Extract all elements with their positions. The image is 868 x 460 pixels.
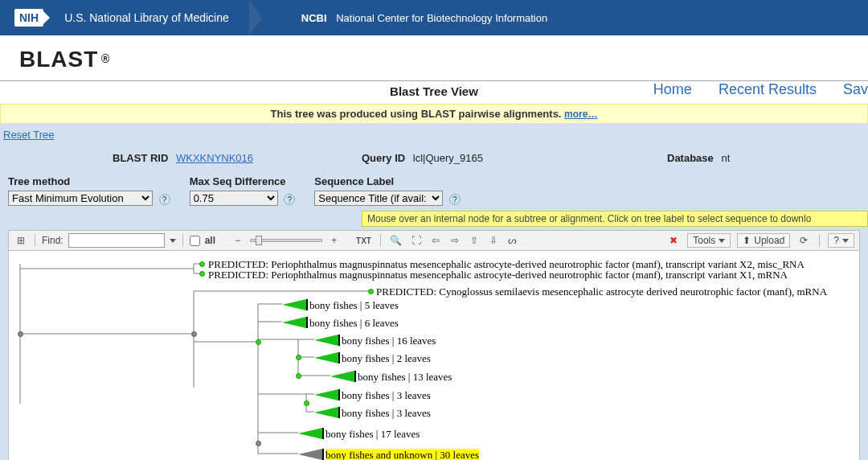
reset-tree-link[interactable]: Reset Tree [0, 124, 55, 141]
zoom-out-button[interactable]: − [231, 233, 245, 248]
tools-label: Tools [693, 235, 715, 246]
clade-bar [306, 299, 308, 310]
tree-method-label: Tree method [8, 175, 170, 187]
collapsed-clade-label[interactable]: bony fishes | 17 leaves [326, 428, 420, 441]
collapsed-clade-label[interactable]: bony fishes | 6 leaves [309, 317, 399, 330]
collapsed-clade-icon[interactable] [298, 449, 322, 460]
sequence-label-control: Sequence Label Sequence Title (if avail:… [314, 175, 461, 206]
clade-bar [338, 389, 340, 400]
fullscreen-icon[interactable]: ⛶ [409, 233, 424, 248]
leaf-node[interactable] [368, 289, 374, 294]
help-icon[interactable]: ? [159, 194, 170, 205]
zoom-slider[interactable] [250, 239, 322, 242]
collapsed-clade-icon[interactable] [314, 335, 338, 346]
internal-node[interactable] [191, 331, 197, 337]
tools-x-icon[interactable]: ✖ [666, 233, 681, 248]
sequence-label-label: Sequence Label [314, 175, 461, 187]
collapsed-clade-label[interactable]: bony fishes | 5 leaves [309, 299, 399, 312]
leaf-label[interactable]: PREDICTED: Periophthalmus magnuspinnatus… [208, 269, 788, 281]
help-icon[interactable]: ? [449, 194, 461, 205]
rid-link[interactable]: WKXKNYNK016 [176, 152, 253, 164]
rid-label: BLAST RID [113, 152, 168, 164]
find-dropdown-icon[interactable] [170, 239, 176, 243]
caret-down-icon [842, 239, 849, 243]
txt-button[interactable]: TXT [354, 233, 374, 248]
collapsed-clade-label[interactable]: bony fishes | 16 leaves [342, 335, 436, 347]
collapsed-clade-label[interactable]: bony fishes | 2 leaves [342, 352, 431, 365]
zoom-in-button[interactable]: + [327, 233, 342, 248]
search-icon[interactable]: 🔍 [387, 233, 404, 248]
max-seq-select[interactable]: 0.75 [190, 191, 278, 206]
tree-method-select[interactable]: Fast Minimum Evolution [8, 191, 153, 206]
meta-row: BLAST RID WKXKNYNK016 Query ID lcl|Query… [0, 141, 868, 170]
nih-badge: NIH [14, 9, 43, 27]
hover-hint: Mouse over an internal node for a subtre… [362, 211, 868, 227]
recent-results-link[interactable]: Recent Results [719, 81, 817, 97]
collapsed-clade-label[interactable]: bony fishes and unknown | 30 leaves [326, 449, 479, 460]
collapsed-clade-label[interactable]: bony fishes | 3 leaves [342, 389, 431, 402]
all-checkbox[interactable] [190, 236, 200, 246]
arrow-right-icon[interactable]: ⇨ [448, 233, 462, 248]
branch-icon[interactable]: ᔕ [506, 233, 520, 248]
query-id-value: lcl|Query_9165 [413, 152, 483, 164]
find-label: Find: [42, 235, 63, 246]
internal-node[interactable] [256, 441, 261, 446]
help-icon[interactable]: ? [284, 194, 295, 205]
collapsed-clade-label[interactable]: bony fishes | 3 leaves [342, 407, 431, 420]
tree-canvas[interactable]: PREDICTED: Periophthalmus magnuspinnatus… [8, 251, 860, 460]
blast-title-text: BLAST [19, 47, 98, 72]
clade-bar [306, 317, 308, 328]
registered-mark: ® [101, 52, 109, 65]
collapsed-clade-icon[interactable] [314, 352, 338, 363]
leaf-node[interactable] [199, 271, 205, 277]
info-bar-more-link[interactable]: more… [564, 109, 597, 120]
arrow-left-icon[interactable]: ⇦ [428, 233, 443, 248]
refresh-icon[interactable]: ⟳ [796, 233, 811, 248]
ncbi-short: NCBI [301, 12, 327, 24]
collapsed-clade-icon[interactable] [282, 299, 306, 310]
home-link[interactable]: Home [653, 81, 692, 97]
database-value: nt [721, 152, 730, 164]
internal-node[interactable] [304, 400, 309, 406]
sequence-label-select[interactable]: Sequence Title (if avail: [314, 191, 443, 206]
collapsed-clade-icon[interactable] [314, 407, 338, 418]
internal-node[interactable] [296, 373, 301, 379]
nlm-label[interactable]: U.S. National Library of Medicine [64, 11, 229, 24]
blast-logo: BLAST ® [0, 35, 868, 80]
leaf-label[interactable]: PREDICTED: Cynoglossus semilaevis mesenc… [376, 285, 827, 298]
info-bar-text: This tree was produced using BLAST pairw… [271, 108, 562, 120]
collapsed-clade-icon[interactable] [330, 371, 354, 382]
upload-button[interactable]: ⬆ Upload [737, 233, 790, 248]
clade-bar [322, 449, 324, 460]
find-input[interactable] [68, 233, 165, 248]
info-bar: This tree was produced using BLAST pairw… [0, 104, 868, 124]
collapsed-clade-icon[interactable] [282, 317, 306, 328]
save-link[interactable]: Sav [843, 81, 868, 97]
collapsed-clade-label[interactable]: bony fishes | 13 leaves [358, 371, 452, 384]
tree-svg [9, 251, 860, 460]
top-right-links: Home Recent Results Sav [631, 81, 868, 98]
ncbi-long: National Center for Biotechnology Inform… [336, 12, 547, 24]
separator [819, 234, 820, 247]
separator [182, 234, 183, 247]
tools-dropdown[interactable]: Tools [687, 233, 731, 248]
query-id-label: Query ID [362, 152, 405, 164]
slider-thumb-icon[interactable] [256, 236, 262, 245]
collapsed-clade-icon[interactable] [298, 428, 322, 439]
ncbi-label[interactable]: NCBI National Center for Biotechnology I… [301, 12, 547, 24]
internal-node[interactable] [296, 355, 301, 360]
separator [380, 234, 381, 247]
max-seq-label: Max Seq Difference [190, 175, 296, 187]
help-dropdown[interactable]: ? [828, 233, 854, 248]
arrow-up-icon[interactable]: ⇧ [467, 233, 481, 248]
toolbar-right: ✖ Tools ⬆ Upload ⟳ ? [666, 233, 854, 248]
collapsed-clade-icon[interactable] [314, 389, 338, 400]
top-nav: NIH U.S. National Library of Medicine NC… [0, 0, 868, 35]
arrow-down-icon[interactable]: ⇩ [486, 233, 501, 248]
internal-node[interactable] [18, 331, 23, 337]
grid-icon[interactable]: ⊞ [14, 233, 28, 248]
clade-bar [322, 428, 324, 439]
leaf-node[interactable] [199, 261, 205, 267]
all-label: all [205, 235, 215, 246]
internal-node[interactable] [256, 339, 261, 345]
